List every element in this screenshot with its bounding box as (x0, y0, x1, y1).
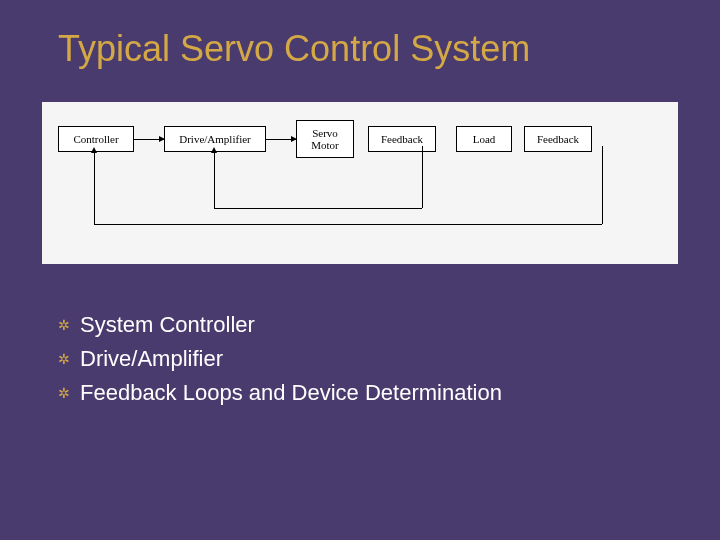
bullet-text: Drive/Amplifier (80, 342, 223, 376)
bullet-text: Feedback Loops and Device Determination (80, 376, 502, 410)
arrow-up-icon (91, 147, 97, 153)
arrow-icon (134, 139, 164, 140)
block-feedback-1: Feedback (368, 126, 436, 152)
block-load: Load (456, 126, 512, 152)
servo-diagram: Controller Drive/Amplifier ServoMotor Fe… (42, 102, 678, 264)
bullet-text: System Controller (80, 308, 255, 342)
block-motor: ServoMotor (296, 120, 354, 158)
bullet-list: ✲ System Controller ✲ Drive/Amplifier ✲ … (58, 308, 720, 410)
block-row: Controller Drive/Amplifier ServoMotor Fe… (58, 120, 592, 158)
block-feedback-2: Feedback (524, 126, 592, 152)
slide: Typical Servo Control System Controller … (0, 0, 720, 540)
arrow-icon (266, 139, 296, 140)
list-item: ✲ Drive/Amplifier (58, 342, 720, 376)
bullet-icon: ✲ (58, 383, 70, 405)
arrow-up-icon (211, 147, 217, 153)
list-item: ✲ System Controller (58, 308, 720, 342)
bullet-icon: ✲ (58, 315, 70, 337)
bullet-icon: ✲ (58, 349, 70, 371)
page-title: Typical Servo Control System (0, 0, 720, 70)
list-item: ✲ Feedback Loops and Device Determinatio… (58, 376, 720, 410)
